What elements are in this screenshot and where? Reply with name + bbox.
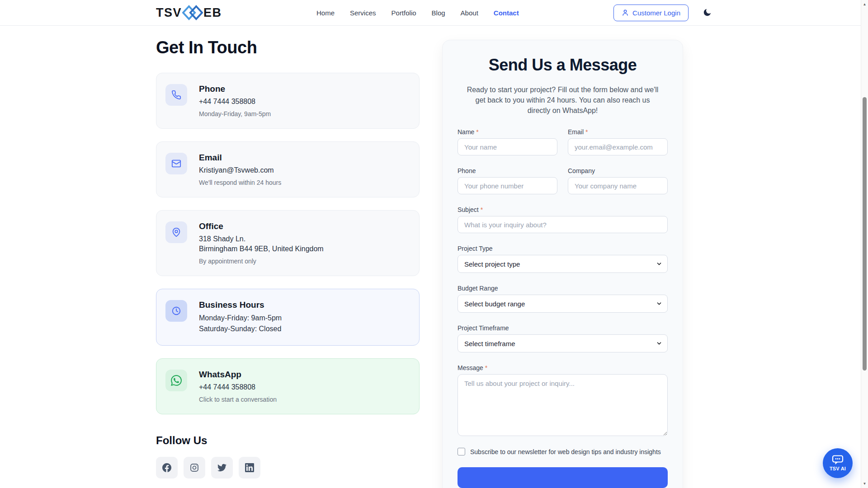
contact-card-email[interactable]: Email Kristiyan@Tsvweb.com We'll respond…	[156, 141, 420, 197]
dark-mode-toggle[interactable]	[702, 8, 712, 18]
card-title: WhatsApp	[199, 370, 277, 380]
newsletter-checkbox[interactable]	[458, 448, 465, 455]
card-hours-line1: Monday-Friday: 9am-5pm	[199, 313, 282, 324]
card-subtext: Monday-Friday, 9am-5pm	[199, 110, 271, 117]
social-links	[156, 457, 420, 479]
contact-card-phone[interactable]: Phone +44 7444 358808 Monday-Friday, 9am…	[156, 73, 420, 129]
phone-input[interactable]	[458, 177, 557, 194]
contact-form: Name* Email* Phone Company Subject* Pro	[458, 128, 668, 488]
card-title: Business Hours	[199, 300, 282, 310]
moon-icon	[702, 8, 712, 18]
nav-link-blog[interactable]: Blog	[432, 9, 445, 17]
contact-card-business-hours: Business Hours Monday-Friday: 9am-5pm Sa…	[156, 289, 420, 346]
required-marker: *	[481, 206, 483, 213]
card-title: Phone	[199, 84, 271, 94]
nav-link-about[interactable]: About	[461, 9, 478, 17]
form-title: Send Us a Message	[458, 56, 668, 75]
contact-card-whatsapp[interactable]: WhatsApp +44 7444 358808 Click to start …	[156, 358, 420, 414]
required-marker: *	[585, 128, 588, 136]
chat-widget-label: TSV AI	[830, 466, 846, 471]
card-subtext: By appointment only	[199, 258, 324, 265]
required-marker: *	[476, 128, 478, 136]
email-input[interactable]	[568, 138, 668, 155]
map-pin-icon	[165, 221, 187, 243]
linkedin-icon[interactable]	[239, 457, 260, 479]
whatsapp-icon	[165, 370, 187, 391]
logo-text-prefix: TSV	[156, 6, 182, 20]
scrollbar[interactable]: ▲ ▼	[861, 0, 868, 488]
budget-range-label: Budget Range	[458, 285, 668, 292]
instagram-icon[interactable]	[184, 457, 205, 479]
scroll-down-arrow-icon[interactable]: ▼	[861, 482, 868, 486]
card-subtext: We'll respond within 24 hours	[199, 179, 281, 186]
logo-text-suffix: EB	[203, 6, 222, 20]
message-label: Message*	[458, 364, 668, 371]
message-textarea[interactable]	[458, 374, 668, 436]
contact-card-office[interactable]: Office 318 Shady Ln. Birmingham B44 9EB,…	[156, 210, 420, 276]
company-input[interactable]	[568, 177, 668, 194]
card-value: +44 7444 358808	[199, 97, 271, 107]
timeframe-label: Project Timeframe	[458, 324, 668, 332]
budget-range-select[interactable]: Select budget range	[458, 295, 668, 313]
nav-links: Home Services Portfolio Blog About Conta…	[316, 9, 519, 17]
name-label: Name*	[458, 128, 557, 136]
email-label: Email*	[568, 128, 668, 136]
card-title: Office	[199, 221, 324, 231]
contact-form-card: Send Us a Message Ready to start your pr…	[442, 40, 683, 488]
clock-icon	[165, 300, 187, 322]
logo-diamond-icon	[182, 5, 203, 20]
nav-link-services[interactable]: Services	[350, 9, 376, 17]
nav-link-contact[interactable]: Contact	[494, 9, 519, 17]
card-hours-line2: Saturday-Sunday: Closed	[199, 324, 282, 334]
name-input[interactable]	[458, 138, 557, 155]
required-marker: *	[485, 364, 487, 371]
card-value: Kristiyan@Tsvweb.com	[199, 165, 281, 175]
user-icon	[622, 9, 629, 16]
submit-button[interactable]	[458, 467, 668, 488]
nav-link-home[interactable]: Home	[316, 9, 335, 17]
page-title: Get In Touch	[156, 38, 420, 57]
card-title: Email	[199, 153, 281, 163]
card-address-line2: Birmingham B44 9EB, United Kingdom	[199, 244, 324, 254]
card-address-line1: 318 Shady Ln.	[199, 234, 324, 244]
scrollbar-thumb[interactable]	[863, 97, 867, 371]
subject-input[interactable]	[458, 216, 668, 233]
customer-login-button[interactable]: Customer Login	[613, 5, 689, 21]
facebook-icon[interactable]	[156, 457, 178, 479]
phone-icon	[165, 84, 187, 106]
chat-bubble-icon	[832, 455, 844, 465]
card-subtext: Click to start a conversation	[199, 396, 277, 403]
scroll-up-arrow-icon[interactable]: ▲	[861, 2, 868, 6]
project-type-select[interactable]: Select project type	[458, 255, 668, 273]
subject-label: Subject*	[458, 206, 668, 213]
phone-label: Phone	[458, 167, 557, 174]
mail-icon	[165, 153, 187, 174]
project-type-label: Project Type	[458, 245, 668, 252]
twitter-icon[interactable]	[211, 457, 233, 479]
follow-us-heading: Follow Us	[156, 434, 420, 447]
card-value: +44 7444 358808	[199, 382, 277, 392]
form-subtitle: Ready to start your project? Fill out th…	[458, 84, 668, 116]
newsletter-label: Subscribe to our newsletter for web desi…	[470, 448, 661, 455]
company-label: Company	[568, 167, 668, 174]
timeframe-select[interactable]: Select timeframe	[458, 334, 668, 352]
tsv-ai-chat-button[interactable]: TSV AI	[823, 448, 853, 478]
contact-info-column: Get In Touch Phone +44 7444 358808 Monda…	[156, 38, 420, 479]
customer-login-label: Customer Login	[632, 9, 680, 17]
logo[interactable]: TSV EB	[156, 5, 222, 20]
navbar: TSV EB Home Services Portfolio Blog Abou…	[0, 0, 868, 26]
nav-link-portfolio[interactable]: Portfolio	[392, 9, 416, 17]
